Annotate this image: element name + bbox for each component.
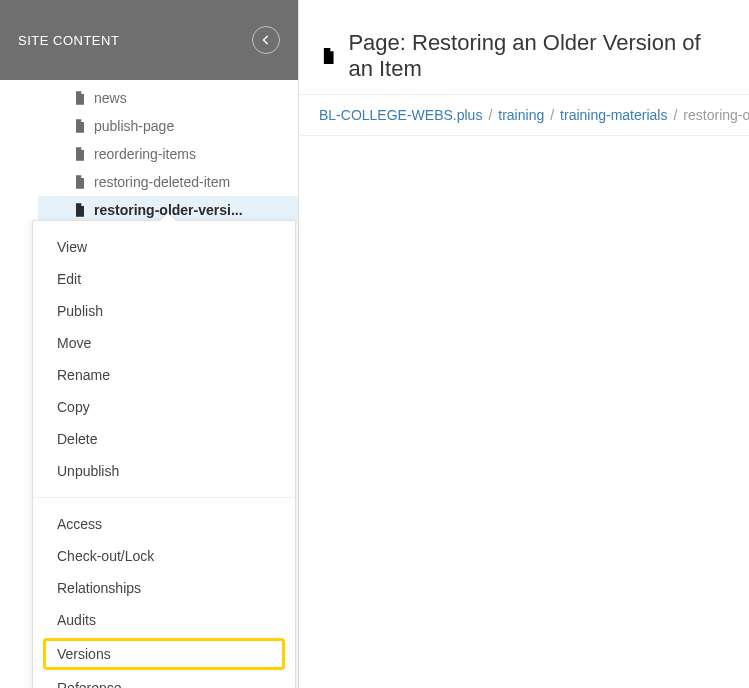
ctx-item-reference[interactable]: Reference bbox=[33, 672, 295, 688]
ctx-item-delete[interactable]: Delete bbox=[33, 423, 295, 455]
breadcrumb-separator: / bbox=[482, 107, 498, 123]
ctx-item-relationships[interactable]: Relationships bbox=[33, 572, 295, 604]
tree-item-restoring-deleted-item[interactable]: restoring-deleted-item bbox=[38, 168, 298, 196]
ctx-item-move[interactable]: Move bbox=[33, 327, 295, 359]
breadcrumb-separator: / bbox=[667, 107, 683, 123]
sidebar-title: SITE CONTENT bbox=[18, 33, 119, 48]
site-content-tree: newspublish-pagereordering-itemsrestorin… bbox=[0, 80, 298, 224]
context-menu-group: ViewEditPublishMoveRenameCopyDeleteUnpub… bbox=[33, 221, 295, 497]
ctx-item-view[interactable]: View bbox=[33, 231, 295, 263]
ctx-item-publish[interactable]: Publish bbox=[33, 295, 295, 327]
page-title-prefix: Page: bbox=[348, 30, 412, 55]
page-header: Page: Restoring an Older Version of an I… bbox=[299, 0, 749, 94]
page-icon bbox=[72, 174, 88, 190]
ctx-item-check-out-lock[interactable]: Check-out/Lock bbox=[33, 540, 295, 572]
breadcrumb: BL-COLLEGE-WEBS.plus/training/training-m… bbox=[299, 94, 749, 136]
tree-item-label: publish-page bbox=[94, 118, 174, 134]
ctx-item-unpublish[interactable]: Unpublish bbox=[33, 455, 295, 487]
page-icon bbox=[72, 146, 88, 162]
breadcrumb-link[interactable]: training bbox=[498, 107, 544, 123]
ctx-item-edit[interactable]: Edit bbox=[33, 263, 295, 295]
page-icon bbox=[319, 45, 338, 67]
context-menu: ViewEditPublishMoveRenameCopyDeleteUnpub… bbox=[32, 220, 296, 688]
ctx-item-access[interactable]: Access bbox=[33, 508, 295, 540]
context-menu-group: AccessCheck-out/LockRelationshipsAuditsV… bbox=[33, 498, 295, 688]
breadcrumb-separator: / bbox=[544, 107, 560, 123]
page-title: Page: Restoring an Older Version of an I… bbox=[348, 30, 729, 82]
tree-item-label: reordering-items bbox=[94, 146, 196, 162]
context-menu-anchor: ViewEditPublishMoveRenameCopyDeleteUnpub… bbox=[32, 220, 296, 688]
ctx-item-copy[interactable]: Copy bbox=[33, 391, 295, 423]
tree-item-label: restoring-deleted-item bbox=[94, 174, 230, 190]
breadcrumb-current: restoring-o bbox=[683, 107, 749, 123]
tree-item-reordering-items[interactable]: reordering-items bbox=[38, 140, 298, 168]
sidebar-header: SITE CONTENT bbox=[0, 0, 298, 80]
context-menu-caret bbox=[160, 213, 176, 221]
page-icon bbox=[72, 202, 88, 218]
ctx-item-rename[interactable]: Rename bbox=[33, 359, 295, 391]
main-content: Page: Restoring an Older Version of an I… bbox=[299, 0, 749, 136]
ctx-item-audits[interactable]: Audits bbox=[33, 604, 295, 636]
page-icon bbox=[72, 90, 88, 106]
breadcrumb-link[interactable]: BL-COLLEGE-WEBS.plus bbox=[319, 107, 482, 123]
tree-item-news[interactable]: news bbox=[38, 84, 298, 112]
chevron-left-icon bbox=[261, 35, 271, 45]
collapse-sidebar-button[interactable] bbox=[252, 26, 280, 54]
tree-item-publish-page[interactable]: publish-page bbox=[38, 112, 298, 140]
tree-item-label: news bbox=[94, 90, 127, 106]
page-icon bbox=[72, 118, 88, 134]
ctx-item-versions[interactable]: Versions bbox=[43, 638, 285, 670]
breadcrumb-link[interactable]: training-materials bbox=[560, 107, 667, 123]
